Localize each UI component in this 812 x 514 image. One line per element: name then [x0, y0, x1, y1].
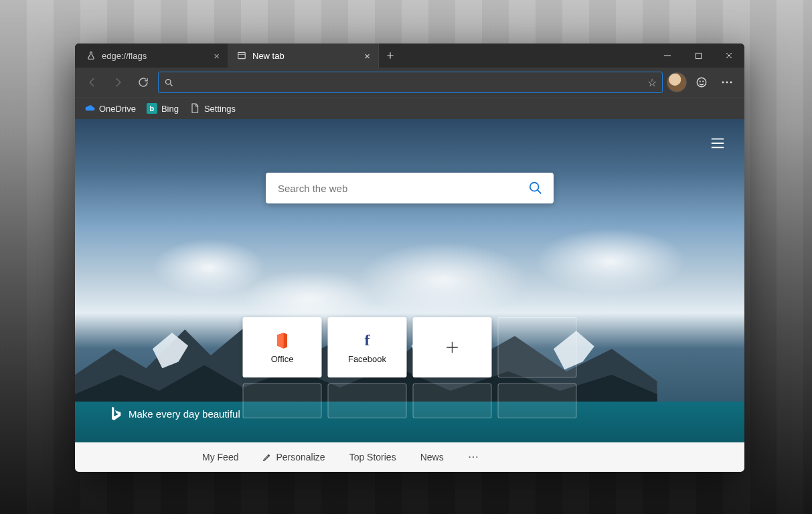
footer-news[interactable]: News [420, 452, 444, 462]
desktop-wallpaper: edge://flags × New tab × [0, 0, 812, 514]
tile-label: Office [271, 354, 294, 364]
svg-rect-1 [696, 53, 701, 58]
svg-rect-0 [238, 52, 246, 58]
page-menu-icon[interactable] [708, 134, 727, 153]
svg-point-7 [726, 82, 728, 84]
search-icon[interactable] [528, 181, 543, 195]
page-icon [189, 103, 200, 114]
tile-empty[interactable] [413, 383, 492, 418]
tile-facebook[interactable]: f Facebook [328, 317, 407, 377]
address-input[interactable] [179, 76, 642, 88]
svg-point-3 [697, 78, 706, 87]
tile-add[interactable] [413, 317, 492, 377]
pencil-icon [262, 452, 272, 462]
close-tab-icon[interactable]: × [214, 51, 220, 61]
tab-strip: edge://flags × New tab × [75, 44, 652, 68]
navigation-toolbar: ☆ [75, 68, 744, 97]
svg-point-12 [476, 456, 477, 458]
window-controls [652, 44, 744, 68]
newtab-page-icon [236, 50, 247, 61]
tile-empty[interactable] [498, 383, 577, 418]
web-search-box[interactable] [266, 173, 554, 203]
tile-empty[interactable] [328, 383, 407, 418]
bing-tagline[interactable]: Make every day beautiful [108, 406, 240, 422]
favorite-label: Bing [161, 104, 179, 114]
svg-point-2 [166, 79, 171, 84]
back-button[interactable] [82, 72, 103, 93]
footer-my-feed[interactable]: My Feed [202, 452, 238, 462]
feedback-smiley-icon[interactable] [691, 72, 712, 93]
onedrive-icon [84, 103, 95, 114]
bing-icon: b [147, 103, 157, 114]
new-tab-button[interactable] [379, 44, 402, 68]
settings-more-icon[interactable] [716, 72, 738, 93]
tab-edge-flags[interactable]: edge://flags × [78, 44, 228, 68]
office-icon [273, 331, 292, 350]
favorites-bar: OneDrive b Bing Settings [75, 97, 744, 119]
footer-top-stories[interactable]: Top Stories [349, 452, 396, 462]
facebook-icon: f [358, 331, 377, 350]
favorite-label: OneDrive [99, 104, 136, 114]
close-window-button[interactable] [714, 44, 744, 68]
svg-point-5 [703, 81, 704, 82]
tile-empty[interactable] [243, 383, 322, 418]
new-tab-page: Office f Facebook Make every day beautif… [75, 119, 744, 472]
address-bar[interactable]: ☆ [158, 72, 663, 93]
tab-label: New tab [252, 51, 285, 61]
maximize-button[interactable] [683, 44, 714, 68]
svg-point-10 [469, 456, 470, 458]
flask-icon [86, 50, 96, 61]
footer-more-icon[interactable] [468, 456, 479, 458]
close-tab-icon[interactable]: × [364, 51, 370, 61]
tile-office[interactable]: Office [243, 317, 322, 377]
minimize-button[interactable] [652, 44, 683, 68]
favorite-bing[interactable]: b Bing [147, 103, 179, 114]
footer-personalize[interactable]: Personalize [262, 452, 325, 462]
svg-point-9 [530, 183, 539, 191]
svg-point-6 [722, 82, 724, 84]
profile-avatar[interactable] [667, 72, 687, 92]
favorite-onedrive[interactable]: OneDrive [84, 103, 136, 114]
bing-tagline-text: Make every day beautiful [129, 408, 240, 420]
svg-point-4 [700, 81, 700, 82]
browser-window: edge://flags × New tab × [75, 44, 744, 472]
svg-point-11 [473, 456, 474, 458]
web-search-input[interactable] [276, 182, 528, 195]
tab-new-tab[interactable]: New tab × [228, 44, 379, 68]
title-bar: edge://flags × New tab × [75, 44, 744, 68]
tile-empty[interactable] [498, 317, 577, 377]
favorite-label: Settings [204, 104, 236, 114]
favorite-settings[interactable]: Settings [189, 103, 236, 114]
quick-links-grid: Office f Facebook [243, 317, 577, 418]
forward-button[interactable] [107, 72, 129, 93]
bing-logo-icon [108, 406, 122, 422]
svg-point-8 [730, 82, 732, 84]
tab-label: edge://flags [102, 51, 147, 61]
refresh-button[interactable] [133, 72, 154, 93]
tile-label: Facebook [348, 354, 386, 364]
search-icon [164, 78, 174, 88]
favorite-star-icon[interactable]: ☆ [647, 76, 657, 89]
feed-footer: My Feed Personalize Top Stories News [75, 442, 744, 472]
plus-icon [443, 338, 462, 357]
